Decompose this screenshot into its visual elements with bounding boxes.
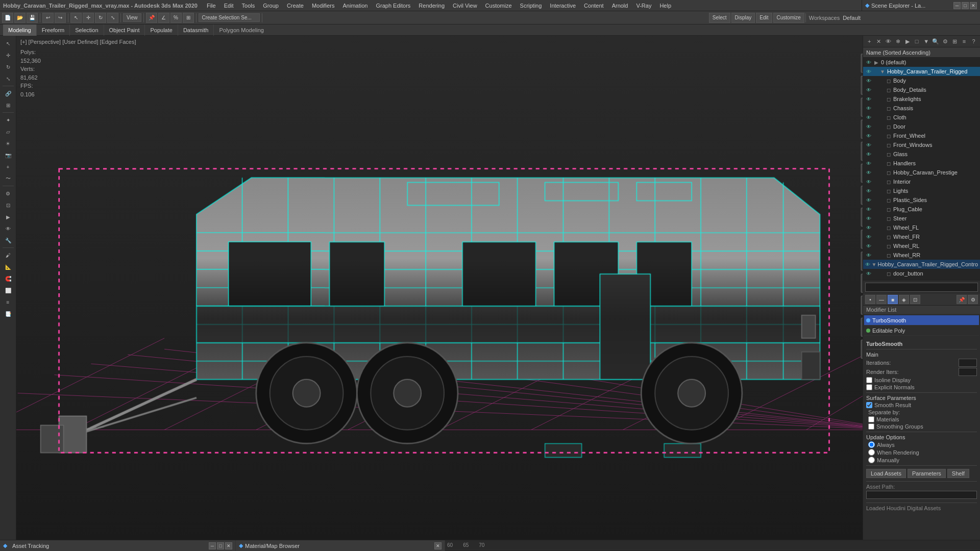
lt-select-btn[interactable]: ↖ — [2, 38, 15, 49]
asset-path-input[interactable] — [866, 491, 977, 499]
se-eye-plug[interactable]: 👁 — [865, 207, 872, 212]
se-eye-glass[interactable]: 👁 — [865, 152, 872, 157]
mod-editable-poly[interactable]: Editable Poly — [864, 325, 979, 336]
se-item-brakelights[interactable]: 👁 ◻ Brakelights — [863, 94, 980, 104]
se-select-btn[interactable]: Select — [709, 13, 730, 23]
tab-modeling[interactable]: Modeling — [3, 24, 37, 36]
se-item-front-wheel[interactable]: 👁 ◻ Front_Wheel — [863, 131, 980, 140]
menu-customize[interactable]: Customize — [481, 2, 516, 10]
create-selection-set[interactable]: Create Selection Se... — [199, 13, 260, 22]
se-item-chassis[interactable]: 👁 ◻ Chassis — [863, 104, 980, 113]
se-item-wheel-fl[interactable]: 👁 ◻ Wheel_FL — [863, 223, 980, 232]
ts-smooth-check[interactable] — [866, 402, 872, 408]
se-edit-btn[interactable]: Edit — [756, 13, 772, 23]
se-eye-dslider[interactable]: 👁 — [865, 280, 872, 281]
menu-graph-editors[interactable]: Graph Editors — [372, 2, 414, 10]
se-search-btn[interactable]: 🔍 — [932, 37, 940, 46]
at-maximize[interactable]: □ — [217, 542, 224, 549]
mp-face-btn[interactable]: ■ — [888, 295, 898, 304]
ts-always-radio[interactable] — [868, 441, 875, 448]
se-settings-btn[interactable]: ⚙ — [941, 37, 950, 46]
lt-mirror-btn[interactable]: ⬜ — [2, 285, 15, 296]
se-item-plastic[interactable]: 👁 ◻ Plastic_Sides — [863, 195, 980, 205]
se-item-cloth[interactable]: 👁 ◻ Cloth — [863, 113, 980, 122]
se-eye-handlers[interactable]: 👁 — [865, 161, 872, 166]
move-btn[interactable]: ✛ — [83, 13, 94, 23]
se-display-btn[interactable]: Display — [731, 13, 755, 23]
snap-btn[interactable]: 📌 — [146, 13, 157, 23]
se-box-btn[interactable]: □ — [913, 37, 921, 46]
se-help-btn[interactable]: ? — [969, 37, 978, 46]
se-item-wheel-rr[interactable]: 👁 ◻ Wheel_RR — [863, 251, 980, 260]
se-eye-interior[interactable]: 👁 — [865, 179, 872, 185]
se-item-glass[interactable]: 👁 ◻ Glass — [863, 149, 980, 159]
se-item-body-details[interactable]: 👁 ◻ Body_Details — [863, 85, 980, 94]
se-eye-steer[interactable]: 👁 — [865, 216, 872, 221]
se-eye-wrl[interactable]: 👁 — [865, 243, 872, 249]
reference-coord[interactable]: View — [123, 13, 141, 22]
modifier-name-input[interactable]: Body — [865, 283, 978, 292]
tab-freeform[interactable]: Freeform — [37, 24, 70, 36]
menu-vray[interactable]: V-Ray — [632, 2, 655, 10]
ts-isoline-check[interactable] — [866, 377, 872, 383]
lt-create-btn[interactable]: ✦ — [2, 114, 15, 126]
se-render-btn[interactable]: ▶ — [903, 37, 912, 46]
se-eye-fwin[interactable]: 👁 — [865, 142, 872, 148]
se-minimize-btn[interactable]: ─ — [953, 2, 961, 9]
se-item-trailer[interactable]: 👁 ▼ Hobby_Caravan_Trailer_Rigged — [863, 67, 980, 76]
tab-datasmith[interactable]: Datasmith — [178, 24, 214, 36]
se-list-btn[interactable]: ≡ — [960, 37, 969, 46]
se-item-door-slider[interactable]: 👁 ◻ door_slider — [863, 278, 980, 280]
ts-materials-check[interactable] — [868, 416, 874, 422]
menu-rendering[interactable]: Rendering — [414, 2, 449, 10]
se-add-btn[interactable]: + — [865, 37, 874, 46]
se-filter-btn[interactable]: ▼ — [922, 37, 930, 46]
se-eye-ctrl[interactable]: 👁 — [865, 262, 870, 267]
ts-explicit-check[interactable] — [866, 384, 872, 390]
se-eye-trailer[interactable]: 👁 — [865, 69, 872, 74]
lt-hierarchy-btn[interactable]: ⊡ — [2, 199, 15, 211]
menu-modifiers[interactable]: Modifiers — [308, 2, 339, 10]
ts-sg-check[interactable] — [868, 423, 874, 430]
open-file-btn[interactable]: 📂 — [14, 13, 26, 23]
lt-link-btn[interactable]: 🔗 — [2, 88, 15, 99]
lt-helper-btn[interactable]: + — [2, 161, 15, 172]
se-delete-btn[interactable]: ✕ — [875, 37, 884, 46]
menu-content[interactable]: Content — [580, 2, 608, 10]
spinner-snap-btn[interactable]: ⊞ — [183, 13, 194, 23]
se-close-btn[interactable]: ✕ — [970, 2, 977, 9]
se-item-prestige[interactable]: 👁 ◻ Hobby_Caravan_Prestige — [863, 168, 980, 177]
se-eye-brakelights[interactable]: 👁 — [865, 96, 872, 102]
menu-file[interactable]: File — [203, 2, 220, 10]
lt-paint-btn[interactable]: 🖌 — [2, 249, 15, 261]
se-item-handlers[interactable]: 👁 ◻ Handlers — [863, 159, 980, 168]
lt-shape-btn[interactable]: ▱ — [2, 126, 15, 137]
lt-measure-btn[interactable]: 📐 — [2, 261, 15, 272]
lt-align-btn[interactable]: ≡ — [2, 296, 15, 308]
se-customize-btn[interactable]: Customize — [773, 13, 804, 23]
se-eye-chassis[interactable]: 👁 — [865, 106, 872, 111]
ts-render-radio[interactable] — [868, 449, 875, 456]
lt-scale-btn[interactable]: ⤡ — [2, 73, 15, 84]
se-eye-wrr[interactable]: 👁 — [865, 253, 872, 258]
tab-object-paint[interactable]: Object Paint — [104, 24, 145, 36]
lt-motion-btn[interactable]: ▶ — [2, 211, 15, 222]
lt-snap-btn[interactable]: 🧲 — [2, 273, 15, 284]
mp-pin-btn[interactable]: 📌 — [957, 295, 967, 304]
lt-bind-btn[interactable]: ⊞ — [2, 99, 15, 111]
viewport-3d[interactable]: [+] [Perspective] [User Defined] [Edged … — [16, 36, 863, 540]
menu-help[interactable]: Help — [655, 2, 675, 10]
se-grid-btn[interactable]: ⊞ — [950, 37, 959, 46]
se-item-wheel-fr[interactable]: 👁 ◻ Wheel_FR — [863, 232, 980, 241]
new-file-btn[interactable]: 📄 — [2, 13, 13, 23]
se-item-interior[interactable]: 👁 ◻ Interior — [863, 177, 980, 186]
se-tree[interactable]: 👁 ▶ 0 (default) 👁 ▼ Hobby_Caravan_Traile… — [863, 58, 980, 280]
redo-btn[interactable]: ↪ — [55, 13, 66, 23]
mp-border-btn[interactable]: ⊡ — [910, 295, 920, 304]
lt-rotate-btn[interactable]: ↻ — [2, 61, 15, 72]
menu-tools[interactable]: Tools — [238, 2, 259, 10]
se-item-controls[interactable]: 👁 ▼ Hobby_Caravan_Trailer_Rigged_Contro — [863, 260, 980, 269]
mp-element-btn[interactable]: ◈ — [899, 295, 909, 304]
se-eye-prestige[interactable]: 👁 — [865, 170, 872, 176]
undo-btn[interactable]: ↩ — [42, 13, 54, 23]
